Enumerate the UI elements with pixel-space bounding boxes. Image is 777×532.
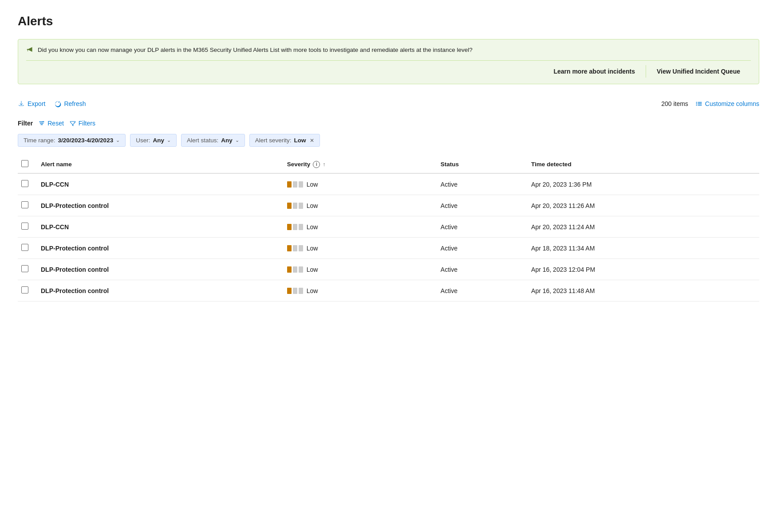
row-3-time-detected: Apr 18, 2023 11:34 AM [526,238,759,259]
row-3-severity: Low [282,238,435,259]
filter-label: Filter [18,120,33,127]
row-5-checkbox[interactable] [21,286,28,293]
customize-columns-button[interactable]: Customize columns [695,100,759,107]
toolbar: Export Refresh 200 items Customize colum… [18,95,759,113]
row-3-status: Active [435,238,526,259]
megaphone-icon [26,46,33,55]
row-4-check-cell [18,259,35,280]
customize-label: Customize columns [705,100,759,107]
refresh-label: Refresh [64,100,86,107]
row-2-checkbox[interactable] [21,223,28,230]
toolbar-right: 200 items Customize columns [661,100,759,107]
toolbar-left: Export Refresh [18,98,86,109]
banner-text: Did you know you can now manage your DLP… [38,46,473,55]
row-0-time-detected: Apr 20, 2023 1:36 PM [526,173,759,195]
row-0-checkbox[interactable] [21,180,28,187]
view-queue-link[interactable]: View Unified Incident Queue [646,65,751,78]
alerts-table-container: Alert name Severity i ↑ Status Time dete… [18,156,759,301]
row-1-checkbox[interactable] [21,201,28,208]
row-0-status: Active [435,173,526,195]
row-3-alert-name[interactable]: DLP-Protection control [35,238,282,259]
row-4-severity: Low [282,259,435,280]
severity-bars-icon [287,224,303,230]
row-2-severity: Low [282,216,435,238]
reset-button[interactable]: Reset [38,120,64,127]
table-row: DLP-Protection controlLowActiveApr 20, 2… [18,195,759,216]
row-5-check-cell [18,280,35,301]
row-2-alert-name[interactable]: DLP-CCN [35,216,282,238]
row-4-alert-name[interactable]: DLP-Protection control [35,259,282,280]
select-all-column [18,156,35,173]
items-count: 200 items [661,100,688,107]
row-4-status: Active [435,259,526,280]
select-all-checkbox[interactable] [21,160,28,167]
export-button[interactable]: Export [18,98,45,109]
row-0-severity: Low [282,173,435,195]
row-1-severity: Low [282,195,435,216]
filter-bar: Filter Reset Filters [18,120,759,127]
col-time-detected: Time detected [526,156,759,173]
severity-bars-icon [287,203,303,209]
row-0-alert-name[interactable]: DLP-CCN [35,173,282,195]
severity-sort-icon[interactable]: ↑ [323,161,325,168]
row-2-status: Active [435,216,526,238]
table-header-row: Alert name Severity i ↑ Status Time dete… [18,156,759,173]
severity-bars-icon [287,288,303,294]
col-severity: Severity i ↑ [282,156,435,173]
filters-label: Filters [79,120,95,127]
chip-time-range[interactable]: Time range: 3/20/2023-4/20/2023 ⌄ [18,134,126,147]
page-title: Alerts [18,14,759,28]
col-status-label: Status [441,161,459,168]
export-icon [18,100,25,107]
severity-bars-icon [287,266,303,273]
row-1-check-cell [18,195,35,216]
learn-more-link[interactable]: Learn more about incidents [543,65,646,78]
table-row: DLP-Protection controlLowActiveApr 16, 2… [18,280,759,301]
chip-alert-severity-close[interactable]: ✕ [310,137,314,144]
chip-time-range-arrow: ⌄ [116,137,120,143]
filters-icon [69,120,76,127]
chip-user-arrow: ⌄ [167,137,171,143]
refresh-button[interactable]: Refresh [54,98,86,109]
col-status: Status [435,156,526,173]
info-banner: Did you know you can now manage your DLP… [18,39,759,84]
table-row: DLP-Protection controlLowActiveApr 18, 2… [18,238,759,259]
reset-icon [38,120,45,127]
filters-button[interactable]: Filters [69,120,95,127]
row-2-time-detected: Apr 20, 2023 11:24 AM [526,216,759,238]
row-0-check-cell [18,173,35,195]
row-1-time-detected: Apr 20, 2023 11:26 AM [526,195,759,216]
chip-alert-status[interactable]: Alert status: Any ⌄ [181,134,245,147]
row-4-checkbox[interactable] [21,265,28,272]
severity-info-icon[interactable]: i [313,161,320,168]
col-severity-label: Severity [287,161,311,168]
col-alert-name: Alert name [35,156,282,173]
row-5-status: Active [435,280,526,301]
table-row: DLP-Protection controlLowActiveApr 16, 2… [18,259,759,280]
row-3-check-cell [18,238,35,259]
row-2-check-cell [18,216,35,238]
table-row: DLP-CCNLowActiveApr 20, 2023 11:24 AM [18,216,759,238]
customize-icon [695,100,702,107]
export-label: Export [28,100,45,107]
row-5-time-detected: Apr 16, 2023 11:48 AM [526,280,759,301]
severity-bars-icon [287,181,303,188]
chip-user[interactable]: User: Any ⌄ [130,134,177,147]
refresh-icon [54,100,61,107]
banner-actions: Learn more about incidents View Unified … [26,60,751,78]
row-3-checkbox[interactable] [21,244,28,251]
col-alert-name-label: Alert name [41,161,72,168]
row-5-alert-name[interactable]: DLP-Protection control [35,280,282,301]
chip-alert-severity[interactable]: Alert severity: Low ✕ [249,134,320,147]
row-1-status: Active [435,195,526,216]
severity-bars-icon [287,245,303,251]
row-5-severity: Low [282,280,435,301]
col-time-label: Time detected [531,161,572,168]
row-4-time-detected: Apr 16, 2023 12:04 PM [526,259,759,280]
table-row: DLP-CCNLowActiveApr 20, 2023 1:36 PM [18,173,759,195]
filter-chips: Time range: 3/20/2023-4/20/2023 ⌄ User: … [18,134,759,147]
alerts-table: Alert name Severity i ↑ Status Time dete… [18,156,759,301]
row-1-alert-name[interactable]: DLP-Protection control [35,195,282,216]
chip-alert-status-arrow: ⌄ [235,137,239,143]
reset-label: Reset [47,120,64,127]
